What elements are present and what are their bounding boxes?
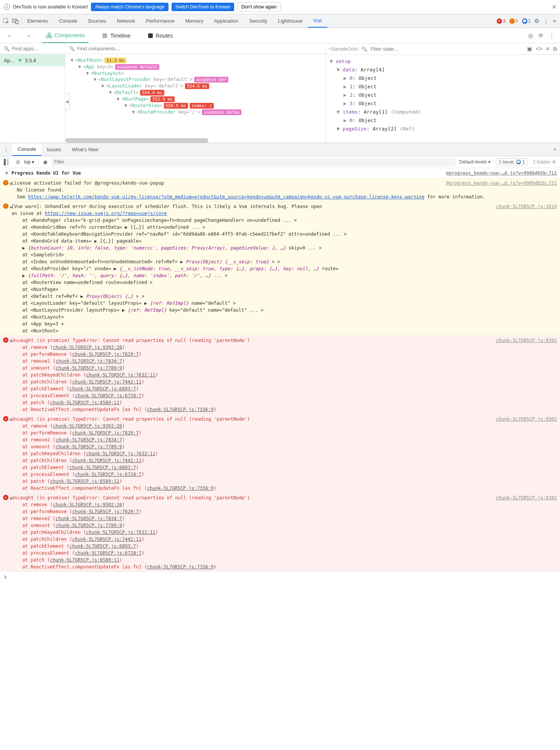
- expand-icon[interactable]: ▶: [10, 416, 13, 423]
- collapse-handle[interactable]: ◀: [65, 93, 70, 110]
- drawer-tab-console[interactable]: Console: [12, 143, 41, 156]
- source-link[interactable]: chunk-5L7GR5CP.js:7632:11: [86, 451, 155, 456]
- nav-forward-icon[interactable]: →: [24, 32, 33, 39]
- vue-tab-routes[interactable]: Routes: [144, 28, 177, 43]
- settings-icon[interactable]: ⚙: [534, 18, 539, 25]
- clear-console-icon[interactable]: ⊘: [16, 159, 20, 165]
- expand-icon[interactable]: ▶: [10, 180, 13, 187]
- source-link[interactable]: chunk-5L7GR5CP.js:7442:11: [72, 458, 142, 463]
- expand-icon[interactable]: ▶: [10, 495, 13, 502]
- source-link[interactable]: chunk-5L7GR5CP.js:7336:9: [147, 407, 213, 412]
- tab-elements[interactable]: Elements: [22, 14, 53, 28]
- source-link[interactable]: chunk-5L7GR5CP.js:7820:7: [72, 430, 139, 436]
- inspect-element-icon[interactable]: [3, 18, 9, 24]
- filter-state-input[interactable]: [370, 46, 524, 52]
- state-row[interactable]: ▼ pageSize: Array[2] (Ref): [330, 125, 556, 133]
- error-count-badge[interactable]: ✕3: [497, 18, 505, 24]
- expand-icon[interactable]: ▶: [10, 337, 13, 344]
- source-link[interactable]: chunk-5L7GR5CP.js:7834:7: [56, 437, 122, 443]
- source-link[interactable]: chunk-5L7GR5CP.js:9302:26: [53, 345, 122, 350]
- vue-more-icon[interactable]: ⋮: [549, 32, 555, 39]
- state-row[interactable]: ▶ 0: Object: [330, 74, 556, 83]
- horizontal-scrollbar[interactable]: [65, 138, 208, 143]
- drawer-tab-whatsnew[interactable]: What's New: [66, 143, 104, 156]
- source-link[interactable]: chunk-5L7GR5CP.js:9302: [496, 416, 557, 423]
- console-prompt[interactable]: ❯: [0, 572, 560, 582]
- source-link[interactable]: chunk-5L7GR5CP.js:6589:11: [50, 479, 119, 484]
- tab-console[interactable]: Console: [53, 14, 83, 28]
- source-link[interactable]: chunk-5L7GR5CP.js:6893:7: [69, 465, 136, 470]
- component-tree-node[interactable]: ▼<NuxtRoot>11.3 ms: [67, 57, 325, 64]
- component-tree-node[interactable]: ▼<NuxtPage>552.9 ms: [67, 96, 325, 102]
- device-toolbar-icon[interactable]: [12, 18, 18, 24]
- source-link[interactable]: chunk-5L7GR5CP.js:1614: [496, 203, 557, 210]
- component-tree-node[interactable]: ▼<Default>554.4 ms: [67, 89, 325, 96]
- component-tree-node[interactable]: ▼<RouterView>550.5 msindex: /: [67, 102, 325, 109]
- doc-link[interactable]: https://www.telerik.com/kendo-vue-ui/my-…: [28, 194, 425, 200]
- source-link[interactable]: chunk-5L7GR5CP.js:7789:9: [56, 444, 122, 449]
- state-row[interactable]: ▼ data: Array[4]: [330, 66, 556, 74]
- vue-tab-timeline[interactable]: Timeline: [98, 28, 134, 43]
- expand-icon[interactable]: ▶: [10, 203, 13, 210]
- source-link[interactable]: chunk-5L7GR5CP.js:6728:7: [75, 472, 141, 477]
- drawer-menu-icon[interactable]: ⋮: [0, 147, 12, 152]
- component-tree-node[interactable]: ▼<NuxtLayoutProvider key='default'>suspe…: [67, 76, 325, 83]
- drawer-close-icon[interactable]: ×: [550, 147, 560, 152]
- target-icon[interactable]: ◎: [528, 32, 533, 39]
- info-count-badge[interactable]: 💬1: [522, 18, 531, 24]
- tab-memory[interactable]: Memory: [180, 14, 209, 28]
- source-link[interactable]: chunk-5L7GR5CP.js:7789:9: [56, 523, 122, 528]
- log-levels-selector[interactable]: Default levels ▾: [459, 159, 491, 165]
- issue-link[interactable]: https://new-issue.vuejs.org/?repo=vuejs/…: [45, 211, 167, 216]
- tab-vue[interactable]: Vue: [308, 14, 327, 28]
- state-row[interactable]: ▶ 0: Object: [330, 116, 556, 125]
- source-link[interactable]: chunk-5L7GR5CP.js:7820:7: [72, 509, 139, 514]
- source-link[interactable]: chunk-5L7GR5CP.js:6589:11: [50, 557, 119, 563]
- state-row[interactable]: ▼ items: Array[1] (Computed): [330, 108, 556, 116]
- find-components-input[interactable]: [77, 46, 322, 51]
- refresh-icon[interactable]: ⟳: [539, 32, 543, 39]
- scroll-to-icon[interactable]: ▣: [527, 46, 532, 52]
- source-link[interactable]: chunk-5L7GR5CP.js:6589:11: [50, 400, 119, 405]
- source-link[interactable]: chunk-5L7GR5CP.js:7820:7: [72, 352, 139, 357]
- source-link[interactable]: chunk-5L7GR5CP.js:7442:11: [72, 537, 142, 542]
- open-editor-icon[interactable]: ⧉: [553, 46, 557, 52]
- source-link[interactable]: chunk-5L7GR5CP.js:9302:26: [53, 502, 122, 507]
- match-language-button[interactable]: Always match Chrome's language: [91, 3, 168, 11]
- tab-performance[interactable]: Performance: [140, 14, 180, 28]
- console-filter-input[interactable]: [51, 158, 455, 166]
- live-expression-icon[interactable]: ◉: [43, 159, 48, 165]
- hidden-count[interactable]: 2 hidden ⚙: [533, 159, 556, 165]
- component-tree-node[interactable]: ▼<LayoutLoader key='default'>554.6 ms: [67, 83, 325, 89]
- tab-network[interactable]: Network: [112, 14, 141, 28]
- source-link[interactable]: chunk-5L7GR5CP.js:7336:9: [147, 564, 213, 570]
- state-row[interactable]: ▼ setup: [330, 57, 556, 66]
- source-link[interactable]: chunk-5L7GR5CP.js:9302: [496, 337, 557, 344]
- source-link[interactable]: chunk-5L7GR5CP.js:7632:11: [86, 372, 155, 378]
- source-link[interactable]: chunk-5L7GR5CP.js:6893:7: [69, 386, 136, 392]
- component-tree-node[interactable]: ▼<RouteProvider key='/'>suspense defau: [67, 109, 325, 116]
- source-link[interactable]: @progress_kendo-vue-…d.js?v=990bd65b:721: [446, 180, 557, 187]
- tab-application[interactable]: Application: [209, 14, 244, 28]
- component-tree-node[interactable]: ▼<NuxtLayout>: [67, 70, 325, 76]
- sidebar-toggle-icon[interactable]: ▌▏: [4, 159, 12, 165]
- source-link[interactable]: chunk-5L7GR5CP.js:9302: [496, 494, 557, 501]
- switch-language-button[interactable]: Switch DevTools to Korean: [172, 3, 234, 11]
- vue-tab-components[interactable]: Components: [42, 28, 89, 43]
- source-link[interactable]: chunk-5L7GR5CP.js:6728:7: [75, 393, 141, 398]
- state-row[interactable]: ▶ 2: Object: [330, 91, 556, 99]
- tab-security[interactable]: Security: [244, 14, 273, 28]
- source-link[interactable]: chunk-5L7GR5CP.js:7336:9: [147, 486, 213, 491]
- warning-count-badge[interactable]: !5: [509, 18, 518, 24]
- app-row[interactable]: Ap… ▼ 3.3.4: [0, 54, 65, 66]
- component-tree-node[interactable]: ▼<App key=3>suspense default: [67, 64, 325, 70]
- close-devtools-icon[interactable]: ×: [553, 18, 556, 24]
- context-selector[interactable]: top ▾: [24, 159, 34, 165]
- source-link[interactable]: chunk-5L7GR5CP.js:7834:7: [56, 516, 122, 521]
- state-row[interactable]: ▶ 1: Object: [330, 83, 556, 91]
- drawer-tab-issues[interactable]: Issues: [41, 143, 67, 156]
- console-group-header[interactable]: ▼ Progress Kendo UI for Vue @progress_ke…: [0, 168, 560, 178]
- source-link[interactable]: chunk-5L7GR5CP.js:7789:9: [56, 365, 122, 371]
- close-infobar-icon[interactable]: ×: [552, 3, 556, 11]
- tab-lighthouse[interactable]: Lighthouse: [273, 14, 308, 28]
